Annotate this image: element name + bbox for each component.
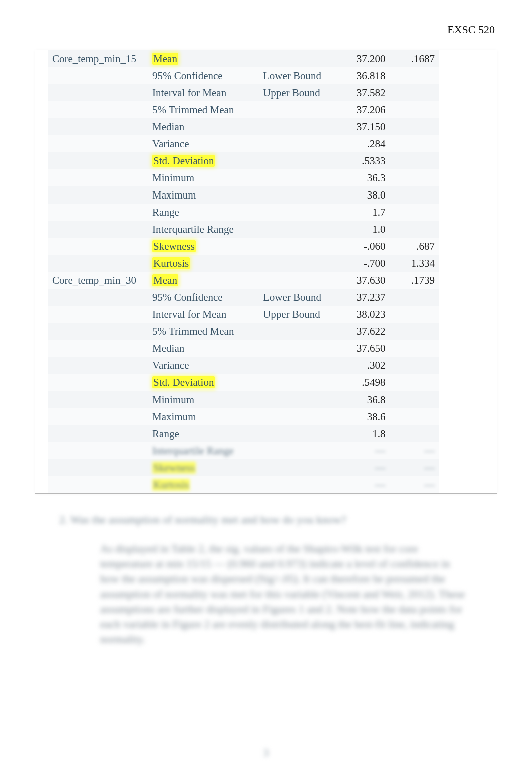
variable-cell (48, 425, 148, 442)
table-row: Maximum38.6 (48, 408, 439, 425)
stat-stderror (392, 135, 439, 152)
variable-cell (48, 84, 148, 101)
statistics-table: Core_temp_min_15Mean37.200.168795% Confi… (35, 50, 497, 494)
variable-cell (48, 306, 148, 323)
stat-value: 37.650 (338, 340, 393, 357)
stat-value: 38.023 (338, 306, 393, 323)
stat-stderror: .1739 (392, 272, 439, 289)
stat-stderror: .1687 (392, 50, 439, 67)
variable-cell (48, 391, 148, 408)
stat-label: Std. Deviation (148, 152, 259, 169)
stat-stderror: .687 (392, 238, 439, 255)
variable-cell (48, 118, 148, 135)
stat-sublabel (259, 357, 338, 374)
stat-value: 36.8 (338, 391, 393, 408)
stat-sublabel (259, 186, 338, 204)
stat-sublabel: Lower Bound (259, 289, 338, 306)
table-row: Interval for MeanUpper Bound37.582 (48, 84, 439, 101)
stat-value: 36.3 (338, 169, 393, 186)
stat-sublabel (259, 323, 338, 340)
stat-value: 37.622 (338, 323, 393, 340)
stat-sublabel: Upper Bound (259, 84, 338, 101)
stat-value: .302 (338, 357, 393, 374)
table-row: Interval for MeanUpper Bound38.023 (48, 306, 439, 323)
stat-label: Variance (148, 135, 259, 152)
descriptives-table: Core_temp_min_15Mean37.200.168795% Confi… (48, 50, 439, 493)
stat-sublabel (259, 204, 338, 221)
stat-label: 95% Confidence (148, 289, 259, 306)
stat-label: Interquartile Range (148, 221, 259, 238)
table-row: Median37.650 (48, 340, 439, 357)
table-row: Range1.8 (48, 425, 439, 442)
stat-label: Skewness (148, 238, 259, 255)
variable-cell (48, 340, 148, 357)
stat-value: 37.237 (338, 289, 393, 306)
stat-sublabel (259, 221, 338, 238)
variable-cell (48, 238, 148, 255)
stat-sublabel (259, 255, 338, 272)
stat-sublabel (259, 340, 338, 357)
table-row: Std. Deviation.5333 (48, 152, 439, 169)
stat-stderror (392, 186, 439, 204)
stat-label: 5% Trimmed Mean (148, 101, 259, 118)
table-row: Variance.302 (48, 357, 439, 374)
stat-label-blurred: Skewness (148, 459, 259, 476)
stat-value: 38.6 (338, 408, 393, 425)
stat-value: .5333 (338, 152, 393, 169)
variable-cell (48, 101, 148, 118)
table-row: Skewness-.060.687 (48, 238, 439, 255)
variable-cell (48, 186, 148, 204)
table-row: Interquartile Range1.0 (48, 221, 439, 238)
stat-stderror: 1.334 (392, 255, 439, 272)
stat-label: Interval for Mean (148, 306, 259, 323)
variable-cell (48, 408, 148, 425)
stat-label: Interval for Mean (148, 84, 259, 101)
stat-sublabel (259, 101, 338, 118)
stat-stderror (392, 67, 439, 84)
variable-cell (48, 152, 148, 169)
stat-value: 37.150 (338, 118, 393, 135)
stat-stderror (392, 357, 439, 374)
stat-sublabel (259, 425, 338, 442)
stat-sublabel (259, 238, 338, 255)
stat-sublabel (259, 50, 338, 67)
variable-cell (48, 323, 148, 340)
stat-label: 5% Trimmed Mean (148, 323, 259, 340)
table-row: Maximum38.0 (48, 186, 439, 204)
table-row: Core_temp_min_30Mean37.630.1739 (48, 272, 439, 289)
question-text: 2. Was the assumption of normality met a… (59, 513, 497, 526)
variable-cell (48, 135, 148, 152)
stat-stderror (392, 374, 439, 391)
stat-label: Std. Deviation (148, 374, 259, 391)
table-row: Core_temp_min_15Mean37.200.1687 (48, 50, 439, 67)
table-row: Kurtosis-.7001.334 (48, 255, 439, 272)
stat-stderror (392, 425, 439, 442)
stat-label: Mean (148, 272, 259, 289)
stat-label-blurred: Interquartile Range (148, 442, 259, 459)
table-row: Variance.284 (48, 135, 439, 152)
table-row-blurred: Skewness—— (48, 459, 439, 476)
stat-label: Maximum (148, 408, 259, 425)
stat-label: Median (148, 118, 259, 135)
table-row: 95% ConfidenceLower Bound36.818 (48, 67, 439, 84)
table-row: 5% Trimmed Mean37.206 (48, 101, 439, 118)
stat-label: Minimum (148, 391, 259, 408)
table-row: Minimum36.3 (48, 169, 439, 186)
stat-stderror (392, 323, 439, 340)
stat-value: 36.818 (338, 67, 393, 84)
variable-cell (48, 204, 148, 221)
stat-label: Mean (148, 50, 259, 67)
table-row: Std. Deviation.5498 (48, 374, 439, 391)
stat-stderror (392, 84, 439, 101)
page-header: EXSC 520 (35, 23, 497, 36)
stat-sublabel (259, 118, 338, 135)
stat-sublabel: Lower Bound (259, 67, 338, 84)
stat-stderror (392, 152, 439, 169)
stat-stderror (392, 204, 439, 221)
stat-label: Variance (148, 357, 259, 374)
stat-sublabel (259, 391, 338, 408)
stat-sublabel (259, 135, 338, 152)
stat-label: Kurtosis (148, 255, 259, 272)
stat-stderror (392, 221, 439, 238)
table-row: 95% ConfidenceLower Bound37.237 (48, 289, 439, 306)
